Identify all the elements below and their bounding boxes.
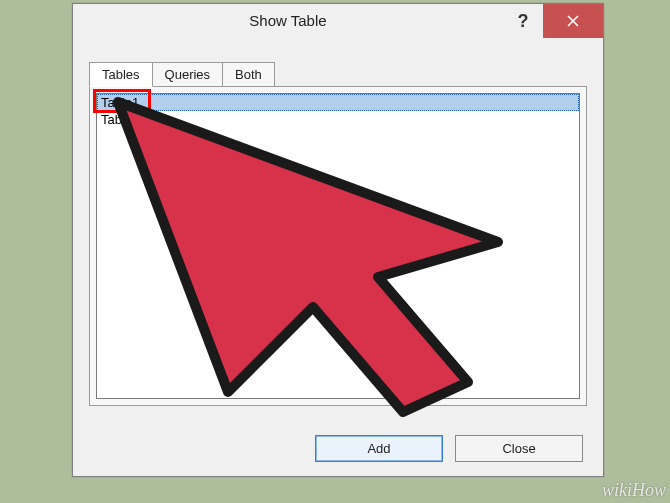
button-label: Close	[502, 441, 535, 456]
dialog-body: Tables Queries Both Table1 Table2	[89, 60, 587, 416]
tab-label: Tables	[102, 67, 140, 82]
tab-label: Both	[235, 67, 262, 82]
tab-both[interactable]: Both	[222, 62, 275, 86]
help-icon: ?	[518, 11, 529, 32]
titlebar-buttons: ?	[503, 4, 603, 38]
tab-queries[interactable]: Queries	[152, 62, 224, 86]
close-button[interactable]: Close	[455, 435, 583, 462]
button-label: Add	[367, 441, 390, 456]
list-item-label: Table1	[101, 95, 139, 110]
show-table-dialog: Show Table ? Tables Queries Both	[72, 3, 604, 477]
tabstrip: Tables Queries Both	[89, 60, 587, 86]
close-window-button[interactable]	[543, 4, 603, 38]
tab-tables[interactable]: Tables	[89, 62, 153, 87]
list-item[interactable]: Table1	[97, 94, 579, 111]
help-button[interactable]: ?	[503, 4, 543, 38]
close-icon	[566, 14, 580, 28]
tab-label: Queries	[165, 67, 211, 82]
list-item[interactable]: Table2	[97, 111, 579, 128]
list-item-label: Table2	[101, 112, 139, 127]
watermark: wikiHow	[602, 480, 666, 501]
dialog-button-row: Add Close	[315, 435, 583, 462]
table-listbox[interactable]: Table1 Table2	[96, 93, 580, 399]
dialog-title: Show Table	[73, 4, 503, 38]
tabpanel: Table1 Table2	[89, 86, 587, 406]
add-button[interactable]: Add	[315, 435, 443, 462]
titlebar[interactable]: Show Table ?	[73, 4, 603, 38]
